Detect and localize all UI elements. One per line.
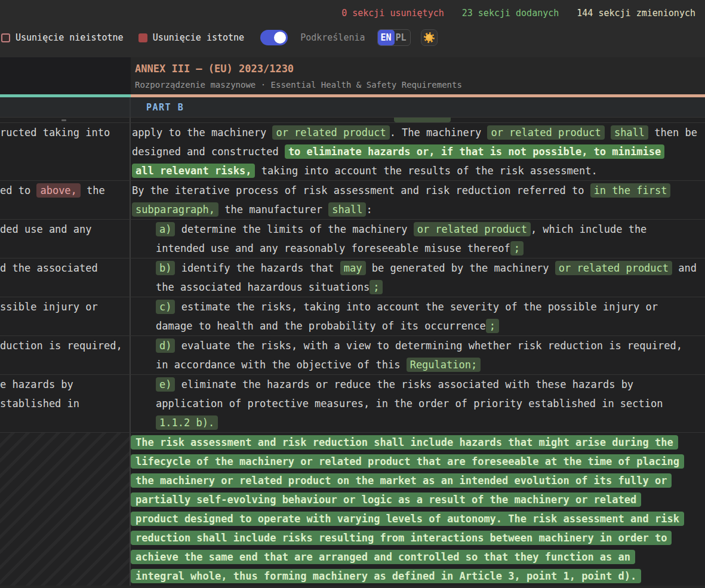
added-text: e): [156, 377, 175, 392]
diff-line: a) determine the limits of the machinery…: [156, 220, 705, 239]
added-text: shall: [328, 202, 366, 217]
added-text: may: [340, 261, 366, 275]
added-text: subparagraph,: [132, 202, 218, 217]
diff-line: reduction shall include risks resulting …: [131, 528, 705, 547]
header-right: ANNEX III — (EU) 2023/1230 Rozporządzeni…: [131, 57, 705, 94]
new-text-cell: d) evaluate the risks, with a view to de…: [131, 336, 705, 374]
legend-item-major-deletion[interactable]: Usunięcie istotne: [138, 32, 245, 43]
diff-row: duction is required,d) evaluate the risk…: [0, 335, 705, 374]
diff-line: stablished in: [0, 394, 130, 413]
added-text-strong: partially self-evolving behaviour or log…: [131, 492, 641, 507]
diff-row: d the associatedb) identify the hazards …: [0, 258, 705, 297]
diff-line: intended use and any reasonably foreseea…: [156, 239, 705, 258]
diff-line: ructed taking into: [0, 123, 130, 142]
toolbar: 0 sekcji usuniętych 23 sekcji dodanych 1…: [0, 0, 705, 57]
legend-item-minor-deletion[interactable]: Usunięcie nieistotne: [1, 32, 124, 43]
plain-text: By the iterative process of risk assessm…: [132, 184, 590, 196]
major-deletion-swatch-icon: [138, 33, 147, 42]
clipped-highlight-fragment: [394, 118, 451, 122]
diff-line: achieve the same end that are arranged a…: [131, 547, 705, 567]
theme-button[interactable]: [421, 29, 438, 46]
added-text: or related product: [272, 125, 389, 140]
added-text: ;: [486, 319, 499, 333]
added-text: or related product: [487, 125, 604, 140]
stat-sections-changed: 144 sekcji zmienionych: [577, 8, 695, 19]
plain-text: apply to the machinery: [132, 127, 272, 138]
plain-text: the: [81, 184, 105, 196]
diff-line: d) evaluate the risks, with a view to de…: [156, 336, 705, 355]
added-text: ;: [510, 241, 524, 255]
diff-row: ssible injury orc) estimate the risks, t…: [0, 297, 705, 335]
minor-deletion-swatch-icon: [1, 33, 10, 42]
diff-line: The risk assessment and risk reduction s…: [131, 433, 705, 452]
plain-text: ructed taking into: [0, 127, 110, 138]
section-label: PART B: [146, 102, 184, 113]
old-text-cell: ded use and any: [0, 220, 130, 258]
new-text-cell: c) estimate the risks, taking into accou…: [131, 297, 705, 335]
added-text-strong: to eliminate hazards or, if that is not …: [285, 144, 664, 159]
diff-line: c) estimate the risks, taking into accou…: [156, 297, 705, 316]
added-text: d): [156, 338, 175, 353]
diff-line: apply to the machinery or related produc…: [132, 123, 705, 142]
added-text-strong: lifecycle of the machinery or related pr…: [131, 454, 684, 469]
diff-line: ed to above, the: [0, 181, 130, 200]
underline-toggle-label: Podkreślenia: [300, 32, 365, 43]
deleted-text: above,: [36, 183, 80, 198]
plain-text: stablished in: [0, 398, 79, 410]
new-text-cell: b) identify the hazards that may be gene…: [131, 258, 705, 297]
plain-text: duction is required,: [0, 340, 122, 352]
added-text: b): [156, 261, 175, 275]
plain-text: taking into account the results of the r…: [255, 165, 597, 177]
stat-sections-added: 23 sekcji dodanych: [462, 8, 559, 19]
plain-text: :: [366, 204, 372, 216]
column-divider: [130, 97, 131, 117]
diff-line: 1.1.2 b).: [156, 413, 705, 432]
added-text-strong: product designed to operate with varying…: [131, 512, 684, 526]
plain-text: ed to: [0, 184, 36, 196]
added-text-strong: all relevant risks,: [132, 164, 255, 178]
section-header: PART B: [0, 97, 705, 118]
old-text-cell: ed to above, the: [0, 181, 130, 219]
diff-row: The risk assessment and risk reduction s…: [0, 432, 705, 586]
plain-text: then be: [648, 127, 697, 138]
diff-table: ructed taking intoapply to the machinery…: [0, 118, 705, 586]
diff-row: ded use and anya) determine the limits o…: [0, 219, 705, 258]
old-text-cell: [0, 433, 130, 586]
added-text: c): [156, 300, 175, 314]
plain-text: evaluate the risks, with a view to deter…: [175, 340, 682, 352]
toggle-knob: [274, 32, 286, 44]
plain-text: , which include the: [531, 223, 646, 235]
new-text-cell: The risk assessment and risk reduction s…: [131, 433, 705, 586]
added-text: Regulation;: [407, 358, 481, 372]
plain-text: ssible injury or: [0, 301, 98, 313]
diff-stats: 0 sekcji usuniętych 23 sekcji dodanych 1…: [0, 7, 705, 20]
diff-line: designed and constructed to eliminate ha…: [132, 142, 705, 161]
added-text: 1.1.2 b).: [156, 415, 218, 430]
language-option-en[interactable]: EN: [378, 30, 395, 45]
added-text: in the first: [590, 183, 671, 198]
new-text-cell: apply to the machinery or related produc…: [131, 123, 705, 180]
language-option-pl[interactable]: PL: [395, 30, 410, 45]
underline-toggle[interactable]: [260, 30, 288, 45]
diff-line: By the iterative process of risk assessm…: [132, 181, 705, 200]
diff-line: ded use and any: [0, 220, 130, 239]
old-text-cell: ructed taking into: [0, 123, 130, 180]
diff-line: partially self-evolving behaviour or log…: [131, 490, 705, 509]
added-text-strong: achieve the same end that are arranged a…: [131, 550, 635, 564]
added-text-strong: integral whole, thus forming machinery a…: [131, 569, 641, 583]
added-text: or related product: [414, 222, 531, 236]
plain-text: designed and constructed: [132, 146, 285, 158]
plain-text: identify the hazards that: [175, 262, 340, 274]
plain-text: intended use and any reasonably foreseea…: [156, 242, 510, 254]
diff-row: e hazards bystablished ine) eliminate th…: [0, 374, 705, 432]
diff-line: integral whole, thus forming machinery a…: [131, 567, 705, 586]
stat-sections-removed: 0 sekcji usuniętych: [341, 8, 444, 19]
plain-text: and: [672, 262, 697, 274]
new-text-cell: a) determine the limits of the machinery…: [131, 220, 705, 258]
language-switch[interactable]: EN PL: [377, 29, 411, 46]
old-text-cell: [0, 118, 130, 122]
header-left-spacer: [0, 57, 131, 94]
diff-line: all relevant risks, taking into account …: [132, 161, 705, 180]
diff-row: [0, 118, 705, 122]
page-subtitle: Rozporządzenie maszynowe · Essential Hea…: [135, 80, 705, 90]
